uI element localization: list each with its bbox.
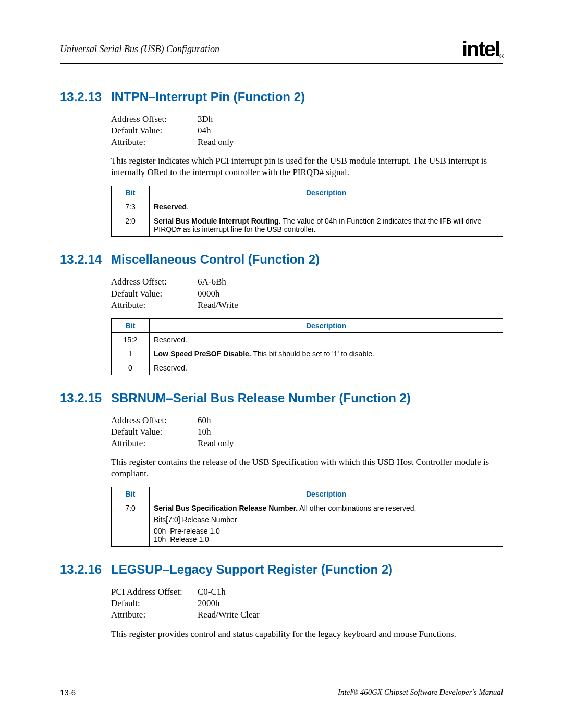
reg-value: 2000h [198,598,503,609]
bit-cell: 1 [112,347,150,361]
bit-cell: 7:0 [112,501,150,547]
section-number: 13.2.14 [60,252,111,267]
reg-label: Attribute: [111,300,198,311]
bit-cell: 7:3 [112,200,150,214]
reg-label: Address Offset: [111,114,198,125]
page: Universal Serial Bus (USB) Configuration… [0,0,563,728]
bit-header: Bit [112,186,150,200]
bit-cell: 2:0 [112,214,150,237]
section-heading-13-2-14: 13.2.14 Miscellaneous Control (Function … [60,252,503,267]
desc-cell: Reserved. [150,361,503,375]
intel-logo: intel® [462,38,503,61]
desc-header: Description [150,487,503,501]
paragraph: This register contains the release of th… [111,456,503,479]
section-content: Address Offset: Default Value: Attribute… [111,276,503,375]
reg-label: Default Value: [111,125,198,137]
desc-header: Description [150,318,503,332]
bit-cell: 15:2 [112,332,150,347]
reg-value: 04h [198,125,503,137]
section-number: 13.2.16 [60,562,111,577]
desc-cell: Reserved. [150,200,503,214]
reg-value: Read only [198,438,503,449]
table-header-row: Bit Description [112,186,503,200]
desc-cell: Serial Bus Specification Release Number.… [150,501,503,547]
bit-table: Bit Description 15:2 Reserved. 1 Low Spe… [111,318,503,375]
register-info: PCI Address Offset: Default: Attribute: … [111,586,503,621]
reg-label: Attribute: [111,609,198,621]
section-title: LEGSUP–Legacy Support Register (Function… [111,562,503,577]
table-row: 7:0 Serial Bus Specification Release Num… [112,501,503,547]
register-info: Address Offset: Default Value: Attribute… [111,276,503,311]
reg-value: C0-C1h [198,586,503,598]
section-number: 13.2.15 [60,391,111,405]
reg-label: Attribute: [111,438,198,449]
desc-header: Description [150,186,503,200]
page-header: Universal Serial Bus (USB) Configuration… [60,38,503,64]
table-header-row: Bit Description [112,318,503,332]
reg-value: 0000h [198,288,503,300]
reg-value: Read/Write Clear [198,609,503,621]
bit-table: Bit Description 7:0 Serial Bus Specifica… [111,487,503,547]
desc-cell: Reserved. [150,332,503,347]
desc-cell: Serial Bus Module Interrupt Routing. The… [150,214,503,237]
desc-extra: Bits[7:0] Release Number [154,515,498,524]
reg-value: 60h [198,415,503,426]
desc-cell: Low Speed PreSOF Disable. This bit shoul… [150,347,503,361]
register-info: Address Offset: Default Value: Attribute… [111,114,503,148]
section-heading-13-2-15: 13.2.15 SBRNUM–Serial Bus Release Number… [60,391,503,405]
section-content: Address Offset: Default Value: Attribute… [111,415,503,547]
reg-label: Default Value: [111,288,198,300]
reg-value: 3Dh [198,114,503,125]
paragraph: This register indicates which PCI interr… [111,155,503,178]
reg-value: 6A-6Bh [198,276,503,288]
register-info: Address Offset: Default Value: Attribute… [111,415,503,449]
reg-value: Read only [198,137,503,148]
section-title: INTPN–Interrupt Pin (Function 2) [111,90,503,104]
bit-cell: 0 [112,361,150,375]
reg-label: PCI Address Offset: [111,586,198,598]
reg-label: Default: [111,598,198,609]
desc-extra: 00h Pre-release 1.0 10h Release 1.0 [154,527,498,544]
section-title: Miscellaneous Control (Function 2) [111,252,503,267]
paragraph: This register provides control and statu… [111,628,503,640]
reg-label: Address Offset: [111,276,198,288]
bit-header: Bit [112,487,150,501]
reg-label: Default Value: [111,426,198,438]
bit-header: Bit [112,318,150,332]
section-heading-13-2-13: 13.2.13 INTPN–Interrupt Pin (Function 2) [60,90,503,104]
section-heading-13-2-16: 13.2.16 LEGSUP–Legacy Support Register (… [60,562,503,577]
bit-table: Bit Description 7:3 Reserved. 2:0 Serial… [111,186,503,237]
footer-title: Intel® 460GX Chipset Software Developer'… [338,688,503,697]
section-content: PCI Address Offset: Default: Attribute: … [111,586,503,639]
reg-value: 10h [198,426,503,438]
page-number: 13-6 [60,688,76,697]
table-row: 15:2 Reserved. [112,332,503,347]
page-footer: 13-6 Intel® 460GX Chipset Software Devel… [60,688,503,697]
reg-label: Address Offset: [111,415,198,426]
table-row: 7:3 Reserved. [112,200,503,214]
table-row: 2:0 Serial Bus Module Interrupt Routing.… [112,214,503,237]
section-content: Address Offset: Default Value: Attribute… [111,114,503,237]
reg-label: Attribute: [111,137,198,148]
table-row: 0 Reserved. [112,361,503,375]
header-title: Universal Serial Bus (USB) Configuration [60,44,219,55]
section-title: SBRNUM–Serial Bus Release Number (Functi… [111,391,503,405]
table-row: 1 Low Speed PreSOF Disable. This bit sho… [112,347,503,361]
table-header-row: Bit Description [112,487,503,501]
section-number: 13.2.13 [60,90,111,104]
reg-value: Read/Write [198,300,503,311]
